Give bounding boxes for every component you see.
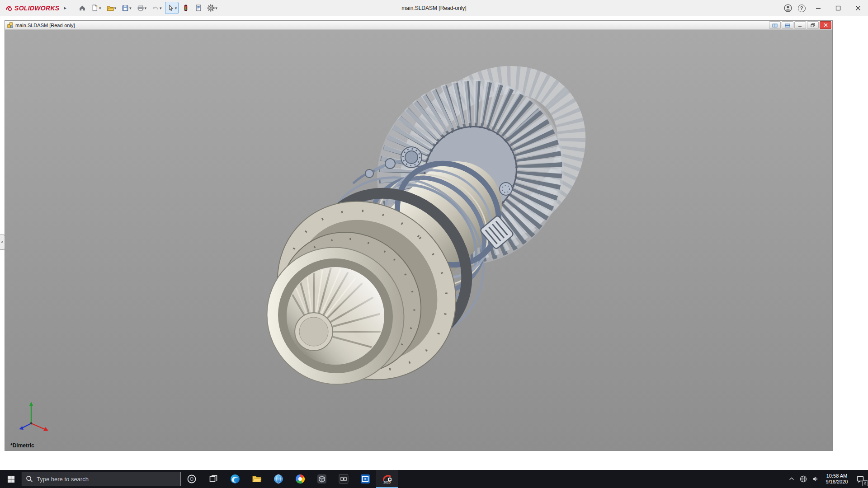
solidworks-year-label: 2020 <box>383 481 391 484</box>
assembly-document-icon <box>7 22 14 28</box>
taskbar-search[interactable] <box>22 472 181 486</box>
help-button[interactable]: ? <box>795 0 808 16</box>
rebuild-button[interactable] <box>180 2 191 14</box>
gear-icon <box>207 4 215 12</box>
toolbar-expand-arrow-icon[interactable]: ▸ <box>64 5 66 11</box>
taskbar-icon-edge[interactable] <box>224 470 246 488</box>
quick-access-toolbar: ▾ ▾ ▾ ▾ <box>76 2 219 14</box>
taskbar-icon-browser[interactable] <box>268 470 289 488</box>
select-button[interactable]: ▾ <box>165 2 179 14</box>
edge-browser-icon <box>230 474 241 484</box>
document-window: main.SLDASM [Read-only] <box>5 20 833 451</box>
action-center-button[interactable]: 2 <box>853 470 868 488</box>
new-document-icon <box>91 4 99 12</box>
dropdown-arrow-icon[interactable]: ▾ <box>99 6 101 10</box>
clock-time: 10:58 AM <box>826 473 847 479</box>
search-icon <box>26 475 33 483</box>
dropdown-arrow-icon[interactable]: ▾ <box>175 6 177 10</box>
colorful-ball-app-icon <box>295 474 306 484</box>
maximize-button[interactable] <box>828 0 848 16</box>
network-button[interactable] <box>797 470 809 488</box>
restore-icon <box>811 23 816 28</box>
undo-icon <box>151 4 159 12</box>
open-button[interactable]: ▾ <box>104 2 118 14</box>
blue-media-app-icon <box>360 474 371 484</box>
triad-z-axis <box>19 423 31 430</box>
brand-text: SOLIDWORKS <box>14 5 59 12</box>
taskbar-icon-cad-cube-app[interactable] <box>311 470 333 488</box>
print-icon <box>137 4 144 12</box>
taskbar: 2020 10:58 AM 9/16/2020 <box>0 470 868 488</box>
dropdown-arrow-icon[interactable]: ▾ <box>129 6 132 10</box>
save-button[interactable]: ▾ <box>119 2 133 14</box>
save-icon <box>121 4 129 12</box>
viewport-pane-button-1[interactable] <box>769 21 781 29</box>
solidworks-tile: 2020 <box>382 474 392 484</box>
brand: SOLIDWORKS <box>0 4 59 12</box>
home-icon <box>78 4 86 12</box>
taskbar-icon-solidworks[interactable]: 2020 <box>376 470 398 488</box>
search-input[interactable] <box>37 476 177 483</box>
close-button[interactable] <box>848 0 868 16</box>
system-tray: 10:58 AM 9/16/2020 2 <box>786 470 868 488</box>
minimize-button[interactable] <box>808 0 828 16</box>
stoplight-icon <box>182 4 189 12</box>
minimize-icon <box>798 23 802 27</box>
minimize-icon <box>816 5 821 11</box>
window-title: main.SLDASM [Read-only] <box>401 0 466 16</box>
help-icon: ? <box>798 5 806 12</box>
taskbar-icon-file-explorer[interactable] <box>246 470 268 488</box>
doc-close-button[interactable] <box>820 21 831 29</box>
doc-minimize-button[interactable] <box>794 21 806 29</box>
panel-tab-dot-icon <box>1 241 3 243</box>
dropdown-arrow-icon[interactable]: ▾ <box>215 6 217 10</box>
dropdown-arrow-icon[interactable]: ▾ <box>114 6 117 10</box>
taskbar-icon-capture-app[interactable] <box>333 470 354 488</box>
select-cursor-icon <box>167 4 175 12</box>
dropdown-arrow-icon[interactable]: ▾ <box>160 6 162 10</box>
options-button[interactable]: ▾ <box>205 2 219 14</box>
document-title: main.SLDASM [Read-only] <box>15 23 75 28</box>
split-pane-horizontal-icon <box>785 23 790 28</box>
open-folder-icon <box>106 4 114 12</box>
volume-button[interactable] <box>809 470 821 488</box>
coordinate-triad <box>12 397 53 438</box>
chevron-up-icon <box>788 476 795 482</box>
taskbar-clock[interactable]: 10:58 AM 9/16/2020 <box>821 470 853 488</box>
app-titlebar: SOLIDWORKS ▸ ▾ ▾ <box>0 0 868 16</box>
account-button[interactable] <box>781 0 795 16</box>
triad-y-axis <box>29 402 33 423</box>
taskbar-icon-colorful-app[interactable] <box>289 470 311 488</box>
taskbar-icon-task-view[interactable] <box>203 470 224 488</box>
file-properties-button[interactable] <box>193 2 204 14</box>
print-button[interactable]: ▾ <box>135 2 149 14</box>
file-properties-icon <box>194 4 202 12</box>
doc-restore-button[interactable] <box>807 21 819 29</box>
feature-panel-collapsed-tab[interactable] <box>0 235 5 250</box>
notification-badge: 2 <box>862 480 868 486</box>
graphics-viewport[interactable]: *Dimetric <box>5 30 832 450</box>
undo-button[interactable]: ▾ <box>150 2 164 14</box>
taskbar-icon-cortana[interactable] <box>181 470 203 488</box>
clock-date: 9/16/2020 <box>826 479 848 485</box>
new-document-button[interactable]: ▾ <box>89 2 103 14</box>
dropdown-arrow-icon[interactable]: ▾ <box>145 6 147 10</box>
dassault-logo-icon <box>5 4 13 12</box>
document-titlebar[interactable]: main.SLDASM [Read-only] <box>5 21 832 30</box>
start-button[interactable] <box>0 470 22 488</box>
taskbar-icon-media-app[interactable] <box>354 470 376 488</box>
viewport-pane-button-2[interactable] <box>782 21 793 29</box>
jet-engine-3d-model[interactable] <box>5 30 832 450</box>
user-account-icon <box>784 4 792 12</box>
blue-globe-app-icon <box>273 474 284 484</box>
document-window-controls <box>769 21 831 29</box>
file-explorer-icon <box>251 474 262 484</box>
windows-logo-icon <box>7 475 15 483</box>
home-button[interactable] <box>76 2 88 14</box>
maximize-icon <box>835 5 841 11</box>
task-view-icon <box>209 474 218 483</box>
hidden-icons-button[interactable] <box>786 470 797 488</box>
capture-app-icon <box>338 474 349 484</box>
view-orientation-label: *Dimetric <box>10 442 34 449</box>
network-globe-icon <box>800 475 807 483</box>
